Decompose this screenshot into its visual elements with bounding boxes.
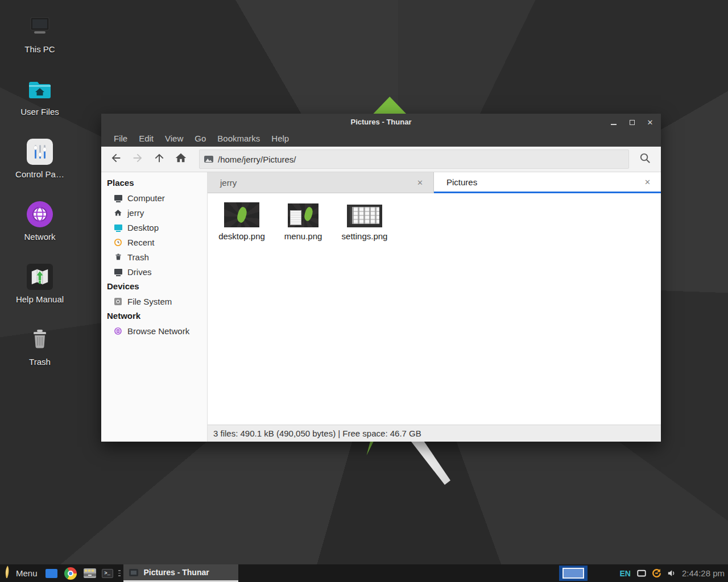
file-thumbnail [347, 199, 382, 227]
menu-edit[interactable]: Edit [133, 131, 159, 147]
desktop-icon-network[interactable]: Network [10, 200, 69, 244]
desktop-icon-control-panel[interactable]: Control Pa… [10, 138, 69, 182]
forward-button[interactable] [127, 149, 148, 169]
volume-tray-icon[interactable] [667, 568, 676, 578]
desktop-icon-label: Control Pa… [10, 169, 69, 179]
sidebar-item-desktop[interactable]: Desktop [101, 220, 207, 235]
tab-close-icon[interactable]: ✕ [415, 177, 425, 188]
help-manual-icon [10, 263, 69, 291]
window-title: Pictures - Thunar [101, 114, 661, 131]
sidebar-header-devices: Devices [101, 279, 207, 294]
desktop-icon-label: Help Manual [10, 294, 69, 304]
desktop-icon-label: Network [10, 232, 69, 242]
hard-drive-icon [113, 297, 123, 306]
trash-icon [113, 252, 123, 262]
sidebar-item-browse-network[interactable]: Browse Network [101, 323, 207, 338]
window-list-handle[interactable] [118, 570, 121, 576]
desktop-icon-this-pc[interactable]: This PC [10, 13, 69, 57]
home-button[interactable] [171, 149, 191, 169]
desktop-icon [113, 223, 123, 232]
sidebar-item-drives[interactable]: Drives [101, 264, 207, 279]
sidebar-header-network: Network [101, 309, 207, 323]
file-settings-png[interactable]: settings.png [336, 199, 393, 241]
file-thumbnail [224, 199, 259, 227]
path-input[interactable] [218, 155, 624, 164]
thunar-window: Pictures - Thunar ✕ File Edit View Go Bo… [101, 114, 661, 442]
window-toolbar [101, 147, 661, 172]
tab-close-icon[interactable]: ✕ [642, 177, 653, 188]
file-view[interactable]: desktop.png menu.png settings.png [208, 193, 661, 425]
status-bar: 3 files: 490.1 kB (490,050 bytes) | Free… [208, 425, 661, 442]
file-manager-icon[interactable] [84, 568, 96, 578]
status-text: 3 files: 490.1 kB (490,050 bytes) | Free… [213, 429, 421, 438]
home-folder-icon [10, 75, 69, 103]
thunar-window-icon [129, 569, 138, 576]
desktop-wallpaper: This PC User Files [0, 0, 728, 582]
close-button[interactable]: ✕ [644, 116, 656, 128]
window-sidebar: Places Computer jerry Desktop [101, 172, 208, 442]
terminal-icon[interactable]: >_ [102, 569, 113, 578]
keyboard-layout-indicator[interactable]: EN [619, 569, 630, 578]
sidebar-item-trash[interactable]: Trash [101, 250, 207, 264]
menu-go[interactable]: Go [189, 131, 212, 147]
home-icon [175, 152, 187, 167]
wallpaper-logo-feather-fragment [410, 440, 450, 485]
control-panel-icon [10, 138, 69, 166]
menu-file[interactable]: File [108, 131, 133, 147]
desktop-icon-label: Trash [10, 357, 69, 367]
file-name: menu.png [284, 231, 322, 241]
path-bar[interactable] [199, 149, 629, 169]
laptop-icon [10, 13, 69, 41]
maximize-button[interactable] [626, 116, 638, 128]
window-menubar: File Edit View Go Bookmarks Help [101, 131, 661, 147]
desktop-icon-label: User Files [10, 107, 69, 117]
tab-bar: jerry ✕ Pictures ✕ [208, 172, 661, 193]
home-icon [113, 208, 123, 218]
sidebar-item-recent[interactable]: Recent [101, 235, 207, 250]
sidebar-item-home[interactable]: jerry [101, 205, 207, 220]
search-button[interactable] [635, 149, 655, 169]
workspace-switcher[interactable] [559, 566, 588, 581]
file-menu-png[interactable]: menu.png [275, 199, 332, 241]
network-globe-icon [10, 200, 69, 228]
back-button[interactable] [106, 149, 126, 169]
sidebar-header-places: Places [101, 176, 207, 190]
tab-pictures[interactable]: Pictures ✕ [434, 172, 661, 193]
wallpaper-logo-bottom-green-fragment [365, 440, 379, 455]
menu-help[interactable]: Help [266, 131, 295, 147]
taskbar-window-button[interactable]: Pictures - Thunar [123, 564, 238, 582]
drives-icon [113, 267, 123, 277]
minimize-button[interactable] [607, 116, 620, 128]
trash-can-icon [10, 325, 69, 354]
window-titlebar[interactable]: Pictures - Thunar ✕ [101, 114, 661, 131]
desktop-icon-label: This PC [10, 44, 69, 54]
chrome-browser-icon[interactable] [64, 567, 77, 580]
sidebar-item-file-system[interactable]: File System [101, 294, 207, 309]
menu-bookmarks[interactable]: Bookmarks [212, 131, 266, 147]
up-button[interactable] [149, 149, 169, 169]
feather-logo-icon [3, 565, 11, 581]
file-name: desktop.png [218, 231, 265, 241]
file-name: settings.png [342, 231, 388, 241]
desktop-icon-help-manual[interactable]: Help Manual [10, 263, 69, 307]
display-tray-icon[interactable] [636, 568, 647, 579]
up-arrow-icon [153, 152, 166, 167]
show-desktop-icon[interactable] [46, 569, 57, 578]
menu-button-label[interactable]: Menu [16, 568, 38, 578]
sidebar-item-computer[interactable]: Computer [101, 190, 207, 205]
wallpaper-logo-top-fragment [370, 97, 406, 114]
search-icon [639, 152, 652, 167]
file-desktop-png[interactable]: desktop.png [213, 199, 270, 241]
desktop-icon-trash[interactable]: Trash [10, 325, 69, 369]
clock[interactable]: 2:44:28 pm [682, 568, 725, 578]
menu-view[interactable]: View [159, 131, 189, 147]
file-thumbnail [288, 199, 318, 227]
forward-arrow-icon [131, 152, 144, 167]
menu-button[interactable] [3, 565, 11, 581]
image-folder-icon [204, 156, 213, 163]
desktop-icon-user-files[interactable]: User Files [10, 75, 69, 119]
recent-clock-icon [113, 238, 123, 247]
tab-jerry[interactable]: jerry ✕ [208, 172, 434, 193]
update-manager-tray-icon[interactable] [651, 568, 662, 579]
network-globe-icon [113, 326, 123, 336]
